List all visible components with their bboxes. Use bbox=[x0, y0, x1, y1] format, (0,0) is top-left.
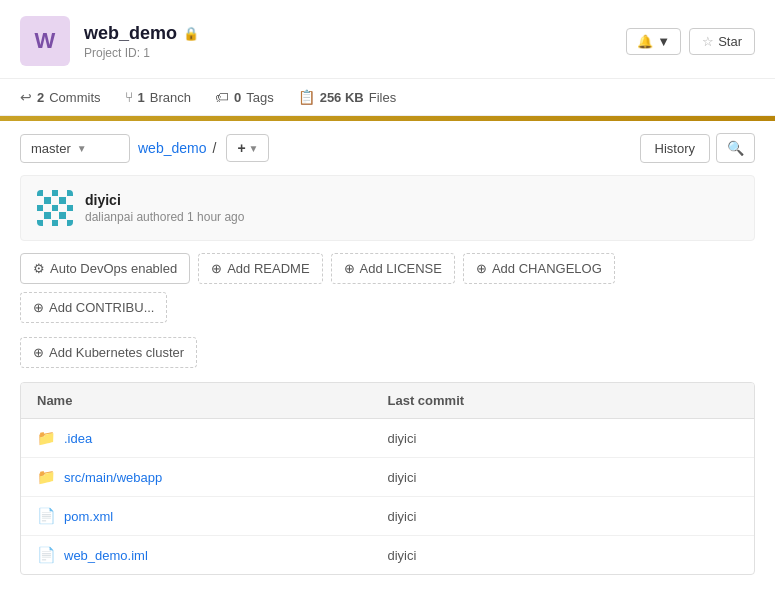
commits-icon: ↩ bbox=[20, 89, 32, 105]
file-commit-cell: diyici bbox=[388, 509, 739, 524]
project-name: web_demo bbox=[84, 23, 177, 44]
file-name-cell: 📄 web_demo.iml bbox=[37, 546, 388, 564]
branch-icon: ⑂ bbox=[125, 89, 133, 105]
tags-stat[interactable]: 🏷 0 Tags bbox=[215, 89, 274, 105]
star-button[interactable]: ☆ Star bbox=[689, 28, 755, 55]
branch-stat[interactable]: ⑂ 1 Branch bbox=[125, 89, 191, 105]
notify-chevron: ▼ bbox=[657, 34, 670, 49]
star-icon: ☆ bbox=[702, 34, 714, 49]
table-row: 📁 .idea diyici bbox=[21, 419, 754, 458]
project-avatar: W bbox=[20, 16, 70, 66]
file-table-header: Name Last commit bbox=[21, 383, 754, 419]
search-icon: 🔍 bbox=[727, 140, 744, 156]
file-commit-cell: diyici bbox=[388, 470, 739, 485]
add-contrib-button[interactable]: ⊕ Add CONTRIBU... bbox=[20, 292, 167, 323]
branch-name: master bbox=[31, 141, 71, 156]
folder-icon: 📁 bbox=[37, 429, 56, 447]
file-link[interactable]: web_demo.iml bbox=[64, 548, 148, 563]
path-separator: / bbox=[213, 140, 217, 156]
commit-text: diyici dalianpai authored 1 hour ago bbox=[85, 192, 244, 224]
toolbar: master ▼ web_demo / + ▼ History 🔍 bbox=[0, 121, 775, 175]
tag-icon: 🏷 bbox=[215, 89, 229, 105]
avatar bbox=[37, 190, 73, 226]
auto-devops-button[interactable]: ⚙ Auto DevOps enabled bbox=[20, 253, 190, 284]
folder-icon: 📁 bbox=[37, 468, 56, 486]
add-file-button[interactable]: + ▼ bbox=[226, 134, 269, 162]
file-commit-cell: diyici bbox=[388, 431, 739, 446]
action-buttons-row2: ⊕ Add Kubernetes cluster bbox=[0, 337, 775, 382]
project-header-left: W web_demo 🔒 Project ID: 1 bbox=[20, 16, 199, 66]
file-link[interactable]: .idea bbox=[64, 431, 92, 446]
action-buttons: ⚙ Auto DevOps enabled ⊕ Add README ⊕ Add… bbox=[0, 253, 775, 337]
commit-meta: dalianpai authored 1 hour ago bbox=[85, 210, 244, 224]
plus-circle-icon-3: ⊕ bbox=[476, 261, 487, 276]
add-chevron-icon: ▼ bbox=[249, 143, 259, 154]
file-name-cell: 📄 pom.xml bbox=[37, 507, 388, 525]
history-button[interactable]: History bbox=[640, 134, 710, 163]
files-icon: 📋 bbox=[298, 89, 315, 105]
file-icon: 📄 bbox=[37, 546, 56, 564]
add-k8s-button[interactable]: ⊕ Add Kubernetes cluster bbox=[20, 337, 197, 368]
files-stat: 📋 256 KB Files bbox=[298, 89, 397, 105]
file-commit-cell: diyici bbox=[388, 548, 739, 563]
path-root-link[interactable]: web_demo bbox=[138, 140, 207, 156]
project-header: W web_demo 🔒 Project ID: 1 🔔 ▼ ☆ Star bbox=[0, 0, 775, 79]
project-id: Project ID: 1 bbox=[84, 46, 199, 60]
file-table: Name Last commit 📁 .idea diyici 📁 src/ma… bbox=[20, 382, 755, 575]
branch-selector[interactable]: master ▼ bbox=[20, 134, 130, 163]
file-name-cell: 📁 .idea bbox=[37, 429, 388, 447]
add-license-button[interactable]: ⊕ Add LICENSE bbox=[331, 253, 455, 284]
plus-circle-icon-2: ⊕ bbox=[344, 261, 355, 276]
file-link[interactable]: src/main/webapp bbox=[64, 470, 162, 485]
notify-button[interactable]: 🔔 ▼ bbox=[626, 28, 681, 55]
add-changelog-button[interactable]: ⊕ Add CHANGELOG bbox=[463, 253, 615, 284]
header-actions: 🔔 ▼ ☆ Star bbox=[626, 28, 755, 55]
commit-author: diyici bbox=[85, 192, 244, 208]
plus-icon: + bbox=[237, 140, 245, 156]
file-name-cell: 📁 src/main/webapp bbox=[37, 468, 388, 486]
col-name: Name bbox=[37, 393, 388, 408]
chevron-down-icon: ▼ bbox=[77, 143, 87, 154]
lock-icon: 🔒 bbox=[183, 26, 199, 41]
commit-info: diyici dalianpai authored 1 hour ago bbox=[20, 175, 755, 241]
table-row: 📄 web_demo.iml diyici bbox=[21, 536, 754, 574]
commits-stat[interactable]: ↩ 2 Commits bbox=[20, 89, 101, 105]
search-button[interactable]: 🔍 bbox=[716, 133, 755, 163]
col-commit: Last commit bbox=[388, 393, 739, 408]
add-readme-button[interactable]: ⊕ Add README bbox=[198, 253, 322, 284]
table-row: 📁 src/main/webapp diyici bbox=[21, 458, 754, 497]
project-info: web_demo 🔒 Project ID: 1 bbox=[84, 23, 199, 60]
bell-icon: 🔔 bbox=[637, 34, 653, 49]
stats-bar: ↩ 2 Commits ⑂ 1 Branch 🏷 0 Tags 📋 256 KB… bbox=[0, 79, 775, 116]
file-link[interactable]: pom.xml bbox=[64, 509, 113, 524]
plus-circle-icon-4: ⊕ bbox=[33, 300, 44, 315]
path-nav: web_demo / + ▼ bbox=[138, 134, 269, 162]
plus-circle-icon-5: ⊕ bbox=[33, 345, 44, 360]
plus-circle-icon: ⊕ bbox=[211, 261, 222, 276]
toolbar-right: History 🔍 bbox=[640, 133, 755, 163]
table-row: 📄 pom.xml diyici bbox=[21, 497, 754, 536]
file-icon: 📄 bbox=[37, 507, 56, 525]
gear-icon: ⚙ bbox=[33, 261, 45, 276]
